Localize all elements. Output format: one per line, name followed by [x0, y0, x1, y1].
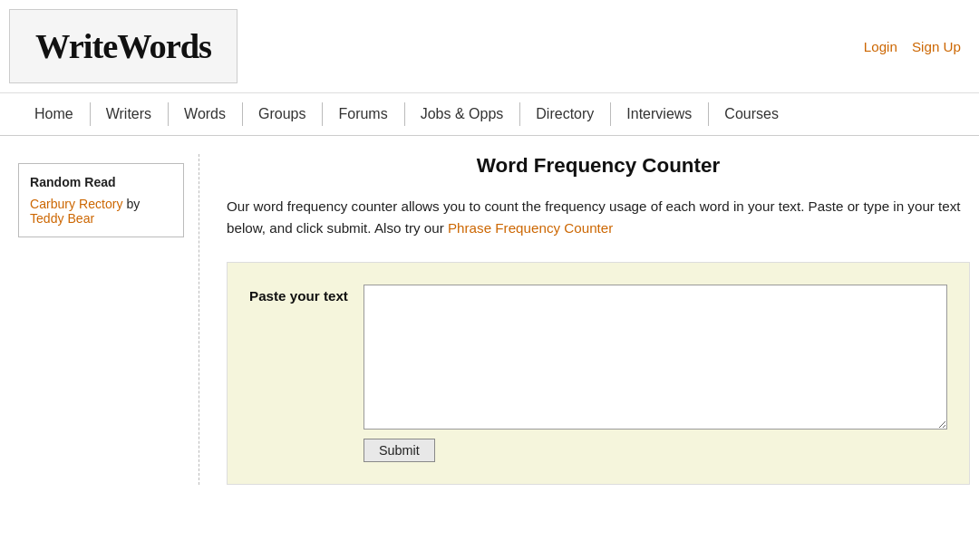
- main-nav: Home Writers Words Groups Forums Jobs & …: [0, 93, 979, 136]
- logo-box: WriteWords: [9, 9, 237, 83]
- nav-item-interviews[interactable]: Interviews: [610, 93, 708, 135]
- auth-links: Login Sign Up: [864, 39, 961, 54]
- nav-item-words[interactable]: Words: [168, 93, 242, 135]
- main-content: Word Frequency Counter Our word frequenc…: [199, 154, 970, 485]
- nav-item-directory[interactable]: Directory: [519, 93, 610, 135]
- random-read-book-link[interactable]: Carbury Rectory: [30, 197, 123, 211]
- form-right: Submit: [363, 285, 947, 462]
- nav-item-courses[interactable]: Courses: [708, 93, 795, 135]
- phrase-frequency-link[interactable]: Phrase Frequency Counter: [448, 220, 613, 236]
- description-text: Our word frequency counter allows you to…: [227, 196, 970, 240]
- header: WriteWords Login Sign Up: [0, 0, 979, 93]
- sidebar: Random Read Carbury Rectory by Teddy Bea…: [18, 154, 199, 485]
- nav-item-jobs[interactable]: Jobs & Opps: [404, 93, 520, 135]
- random-read-box: Random Read Carbury Rectory by Teddy Bea…: [18, 163, 184, 237]
- page-title: Word Frequency Counter: [227, 154, 970, 178]
- nav-item-groups[interactable]: Groups: [242, 93, 322, 135]
- nav-item-forums[interactable]: Forums: [322, 93, 403, 135]
- random-read-author-link[interactable]: Teddy Bear: [30, 211, 94, 226]
- random-read-title: Random Read: [30, 175, 172, 189]
- submit-button[interactable]: Submit: [363, 439, 435, 462]
- content-area: Random Read Carbury Rectory by Teddy Bea…: [0, 136, 979, 503]
- form-container: Paste your text Submit: [227, 262, 970, 485]
- nav-item-home[interactable]: Home: [18, 93, 90, 135]
- logo: WriteWords: [35, 27, 211, 65]
- signup-link[interactable]: Sign Up: [912, 39, 961, 54]
- login-link[interactable]: Login: [864, 39, 897, 54]
- form-inner: Paste your text Submit: [249, 285, 947, 462]
- nav-item-writers[interactable]: Writers: [90, 93, 168, 135]
- paste-label: Paste your text: [249, 285, 349, 304]
- text-input[interactable]: [363, 285, 947, 430]
- random-read-by: by: [126, 197, 140, 211]
